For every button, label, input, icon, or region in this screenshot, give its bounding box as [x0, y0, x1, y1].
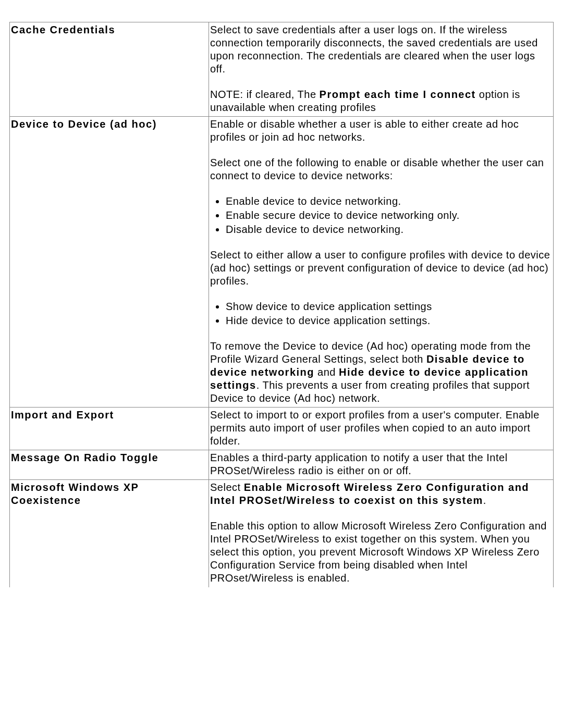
list-item: Show device to device application settin… [226, 300, 552, 313]
setting-name: Message On Radio Toggle [10, 450, 209, 480]
list-item: Enable secure device to device networkin… [226, 209, 552, 222]
table-row: Import and Export Select to import to or… [10, 408, 554, 450]
option-list: Show device to device application settin… [226, 300, 552, 327]
table-row: Device to Device (ad hoc) Enable or disa… [10, 117, 554, 408]
paragraph: Enable or disable whether a user is able… [210, 118, 552, 144]
table-row: Microsoft Windows XP Coexistence Select … [10, 480, 554, 587]
option-list: Enable device to device networking. Enab… [226, 195, 552, 236]
list-item: Hide device to device application settin… [226, 314, 552, 327]
bold-text: Enable Microsoft Wireless Zero Configura… [210, 482, 529, 506]
settings-table: Cache Credentials Select to save credent… [9, 22, 554, 587]
bold-text: Prompt each time I connect [320, 89, 476, 100]
setting-description: Select Enable Microsoft Wireless Zero Co… [209, 480, 554, 587]
setting-name: Import and Export [10, 408, 209, 450]
setting-description: Select to save credentials after a user … [209, 22, 554, 117]
paragraph: NOTE: if cleared, The Prompt each time I… [210, 88, 552, 114]
paragraph: Select to save credentials after a user … [210, 23, 552, 76]
paragraph: Select to either allow a user to configu… [210, 249, 552, 288]
setting-description: Enables a third-party application to not… [209, 450, 554, 480]
setting-description: Select to import to or export profiles f… [209, 408, 554, 450]
setting-name: Microsoft Windows XP Coexistence [10, 480, 209, 587]
table-row: Cache Credentials Select to save credent… [10, 22, 554, 117]
paragraph: Select to import to or export profiles f… [210, 409, 552, 448]
setting-description: Enable or disable whether a user is able… [209, 117, 554, 408]
list-item: Enable device to device networking. [226, 195, 552, 208]
setting-name: Cache Credentials [10, 22, 209, 117]
paragraph: Select Enable Microsoft Wireless Zero Co… [210, 481, 552, 507]
paragraph: To remove the Device to device (Ad hoc) … [210, 340, 552, 405]
paragraph: Select one of the following to enable or… [210, 156, 552, 182]
paragraph: Enables a third-party application to not… [210, 451, 552, 477]
paragraph: Enable this option to allow Microsoft Wi… [210, 520, 552, 585]
setting-name: Device to Device (ad hoc) [10, 117, 209, 408]
table-row: Message On Radio Toggle Enables a third-… [10, 450, 554, 480]
list-item: Disable device to device networking. [226, 223, 552, 236]
